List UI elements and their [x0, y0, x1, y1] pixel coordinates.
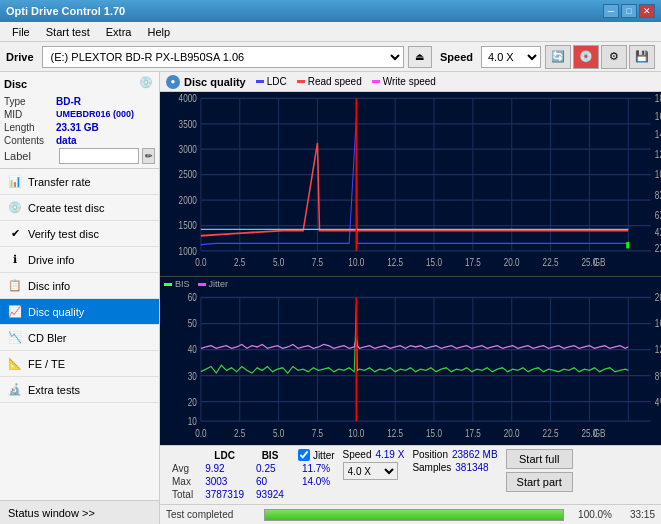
write-speed-color [372, 80, 380, 83]
verify-test-disc-icon: ✔ [8, 227, 22, 241]
svg-text:12.5: 12.5 [387, 257, 403, 268]
label-edit-icon[interactable]: ✏ [142, 148, 155, 164]
svg-text:16%: 16% [655, 319, 661, 330]
sidebar-item-extra-tests[interactable]: 🔬 Extra tests [0, 377, 159, 403]
chart-header: ● Disc quality LDC Read speed Write spee… [160, 72, 661, 92]
refresh-icon[interactable]: 🔄 [545, 45, 571, 69]
jitter-legend-dot [198, 283, 206, 286]
disc-label-input[interactable] [59, 148, 139, 164]
sidebar-item-create-test-disc[interactable]: 💿 Create test disc [0, 195, 159, 221]
menu-extra[interactable]: Extra [98, 24, 140, 40]
legend-read-speed-label: Read speed [308, 76, 362, 87]
drive-select[interactable]: (E:) PLEXTOR BD-R PX-LB950SA 1.06 [42, 46, 404, 68]
svg-text:0.0: 0.0 [195, 428, 206, 439]
jitter-checkbox[interactable] [298, 449, 310, 461]
svg-text:3500: 3500 [179, 119, 197, 130]
stats-table: LDC BIS Avg 9.92 0.25 Max 3003 60 Total … [166, 449, 290, 501]
disc-icon[interactable]: 💿 [573, 45, 599, 69]
chart-title: Disc quality [184, 76, 246, 88]
svg-text:GB: GB [594, 428, 606, 439]
maximize-button[interactable]: □ [621, 4, 637, 18]
col-header-bis: BIS [250, 449, 290, 462]
legend-ldc-label: LDC [267, 76, 287, 87]
speed-stat-select[interactable]: 4.0 X [343, 462, 398, 480]
svg-text:4%: 4% [655, 397, 661, 408]
app-title: Opti Drive Control 1.70 [6, 5, 125, 17]
svg-text:GB: GB [594, 257, 606, 268]
create-test-disc-icon: 💿 [8, 201, 22, 215]
drive-label: Drive [6, 51, 34, 63]
svg-text:60: 60 [188, 293, 197, 304]
svg-text:20.0: 20.0 [504, 428, 520, 439]
avg-bis-value: 0.25 [250, 462, 290, 475]
menu-start-test[interactable]: Start test [38, 24, 98, 40]
sidebar-label-fe-te: FE / TE [28, 358, 65, 370]
sidebar-item-disc-quality[interactable]: 📈 Disc quality [0, 299, 159, 325]
total-ldc-value: 3787319 [199, 488, 250, 501]
menu-help[interactable]: Help [139, 24, 178, 40]
samples-label: Samples [412, 462, 451, 473]
sidebar-item-cd-bler[interactable]: 📉 CD Bler [0, 325, 159, 351]
start-full-button[interactable]: Start full [506, 449, 573, 469]
sidebar-item-disc-info[interactable]: 📋 Disc info [0, 273, 159, 299]
elapsed-time: 33:15 [620, 509, 655, 520]
speed-stat-value: 4.19 X [375, 449, 404, 460]
sidebar-label-create-test-disc: Create test disc [28, 202, 104, 214]
status-text: Test completed [166, 509, 256, 520]
disc-label-row: Label ✏ [4, 148, 155, 164]
settings-icon[interactable]: ⚙ [601, 45, 627, 69]
svg-text:50: 50 [188, 319, 197, 330]
legend-write-speed-label: Write speed [383, 76, 436, 87]
svg-text:10.0: 10.0 [348, 428, 364, 439]
status-window-button[interactable]: Status window >> [0, 500, 159, 524]
disc-contents-value: data [56, 135, 77, 146]
svg-text:1000: 1000 [179, 246, 197, 257]
sidebar-item-drive-info[interactable]: ℹ Drive info [0, 247, 159, 273]
disc-mid-value: UMEBDR016 (000) [56, 109, 134, 120]
save-icon[interactable]: 💾 [629, 45, 655, 69]
svg-text:4000: 4000 [179, 93, 197, 104]
minimize-button[interactable]: ─ [603, 4, 619, 18]
disc-length-value: 23.31 GB [56, 122, 99, 133]
svg-text:10: 10 [188, 417, 197, 428]
sidebar-item-verify-test-disc[interactable]: ✔ Verify test disc [0, 221, 159, 247]
max-ldc-value: 3003 [199, 475, 250, 488]
sidebar-label-disc-quality: Disc quality [28, 306, 84, 318]
sidebar-label-transfer-rate: Transfer rate [28, 176, 91, 188]
chart-legend: LDC Read speed Write speed [256, 76, 436, 87]
disc-type-label: Type [4, 96, 56, 107]
svg-text:16X: 16X [655, 111, 661, 122]
svg-text:17.5: 17.5 [465, 428, 481, 439]
svg-text:2X: 2X [655, 243, 661, 254]
svg-text:12X: 12X [655, 149, 661, 160]
avg-ldc-value: 9.92 [199, 462, 250, 475]
disc-contents-row: Contents data [4, 135, 155, 146]
disc-mid-label: MID [4, 109, 56, 120]
sidebar-label-extra-tests: Extra tests [28, 384, 80, 396]
max-label: Max [166, 475, 199, 488]
sidebar-label-cd-bler: CD Bler [28, 332, 67, 344]
svg-text:22.5: 22.5 [543, 257, 559, 268]
close-button[interactable]: ✕ [639, 4, 655, 18]
disc-length-label: Length [4, 122, 56, 133]
bottom-chart-legend: BIS Jitter [160, 277, 661, 291]
jitter-avg-value: 11.7% [302, 463, 330, 474]
stats-area: LDC BIS Avg 9.92 0.25 Max 3003 60 Total … [160, 445, 661, 504]
svg-text:8X: 8X [655, 190, 661, 201]
svg-text:4X: 4X [655, 227, 661, 238]
sidebar-item-transfer-rate[interactable]: 📊 Transfer rate [0, 169, 159, 195]
svg-text:40: 40 [188, 345, 197, 356]
svg-text:3000: 3000 [179, 144, 197, 155]
legend-read-speed: Read speed [297, 76, 362, 87]
start-part-button[interactable]: Start part [506, 472, 573, 492]
position-row: Position 23862 MB [412, 449, 497, 460]
top-chart-svg: 4000 3500 3000 2500 2000 1500 1000 18X 1… [160, 92, 661, 276]
disc-info-nav-icon: 📋 [8, 279, 22, 293]
sidebar-item-fe-te[interactable]: 📐 FE / TE [0, 351, 159, 377]
sidebar-label-verify-test-disc: Verify test disc [28, 228, 99, 240]
bottom-bar: Test completed 100.0% 33:15 [160, 504, 661, 524]
drive-eject-button[interactable]: ⏏ [408, 46, 432, 68]
disc-info-icon[interactable]: 💿 [139, 76, 155, 92]
menu-file[interactable]: File [4, 24, 38, 40]
speed-select[interactable]: 4.0 X [481, 46, 541, 68]
